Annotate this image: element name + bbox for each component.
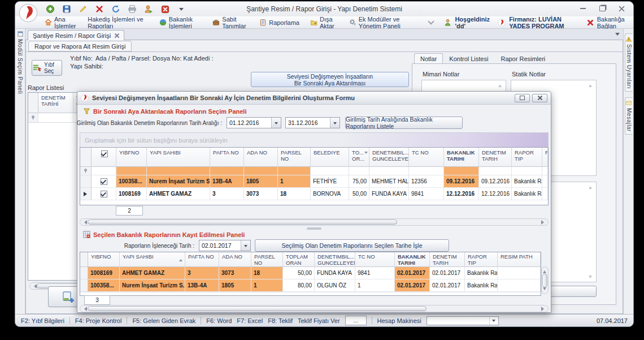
yibf-select-button[interactable]: Yıbf Seç: [32, 60, 62, 76]
column-header[interactable]: PARSEL NO: [251, 252, 283, 267]
column-header[interactable]: ADA NO: [244, 148, 278, 167]
selection-table-hscrollbar[interactable]: [80, 218, 549, 226]
column-header[interactable]: BAKANLIK TARIHI: [444, 148, 479, 167]
tab-messages[interactable]: Mesajlar: [625, 97, 633, 135]
table-row[interactable]: [80, 175, 92, 188]
dialog-close-button[interactable]: [532, 94, 547, 102]
menu-disa-aktar[interactable]: Dışa Aktar: [310, 16, 338, 29]
process-date-combo[interactable]: 02.01.2017: [199, 240, 251, 251]
column-header[interactable]: RAPOR TIP: [512, 148, 542, 167]
scroll-down-icon[interactable]: [589, 276, 592, 280]
report-list-header-denetim-tarihi[interactable]: DENETİM TARİHİ: [38, 93, 73, 113]
collapse-chevron-icon[interactable]: [428, 18, 434, 24]
status-f2[interactable]: F2: Yıbf Bilgileri: [21, 317, 64, 324]
close-module-icon[interactable]: [159, 3, 171, 15]
status-f4[interactable]: F4: Proje Kontrol: [75, 317, 122, 324]
status-teklif-fiyati[interactable]: Teklif Fiyatı Ver: [298, 317, 340, 324]
filter-cell[interactable]: [369, 167, 409, 175]
column-header[interactable]: TO... OR...: [349, 148, 369, 167]
dialog-maximize-button[interactable]: [515, 94, 530, 102]
table-row[interactable]: [80, 267, 88, 279]
filter-cell[interactable]: [409, 167, 444, 175]
date-to-combo[interactable]: 31.12.2016: [285, 117, 340, 128]
dropdown-icon[interactable]: [489, 317, 498, 325]
scroll-left-icon[interactable]: [82, 220, 87, 225]
close-button[interactable]: [613, 3, 630, 14]
tab-system-warnings[interactable]: Sistem Uyarıları: [625, 33, 633, 92]
filter-cell[interactable]: [542, 167, 548, 175]
filter-cell[interactable]: [512, 167, 542, 175]
scroll-thumb[interactable]: [542, 274, 547, 287]
column-header[interactable]: PAFTA NO: [210, 148, 244, 167]
ministry-connect-button[interactable]: Bakanlığa Bağlan: [597, 16, 628, 29]
edit-icon[interactable]: [77, 3, 89, 15]
status-more-button[interactable]: ...: [345, 316, 367, 325]
tab-rapor-resimleri[interactable]: Rapor Resimleri: [494, 53, 551, 64]
dropdown-icon[interactable]: [241, 240, 250, 251]
tab-santiye-resim[interactable]: Şantiye Resim / Rapor Girişi: [28, 30, 124, 40]
panel-splitter[interactable]: [80, 227, 549, 230]
filter-cell[interactable]: [244, 167, 278, 175]
date-from-combo[interactable]: 01.12.2016: [227, 117, 281, 128]
menu-bakanlik[interactable]: Bakanlık İşlemleri: [159, 16, 202, 29]
column-header[interactable]: YAPI SAHIBI: [147, 148, 210, 167]
column-header[interactable]: DENETIM TARIH: [479, 148, 512, 167]
column-header[interactable]: DENETIMBIL... GUNCELLEYEN: [315, 252, 355, 267]
scroll-up-icon[interactable]: [498, 83, 502, 87]
row-checkbox[interactable]: [92, 188, 116, 200]
menu-raporlama[interactable]: Raporlama: [259, 19, 299, 26]
scroll-left-icon[interactable]: [32, 284, 37, 289]
tab-notlar[interactable]: Notlar: [414, 53, 443, 64]
column-header[interactable]: TC NO: [355, 252, 395, 267]
column-header[interactable]: PARSEL NO: [278, 148, 311, 167]
list-reports-button[interactable]: Girilmiş Tarih Aralığında Bakanlık Rapor…: [345, 117, 463, 129]
scroll-thumb[interactable]: [88, 220, 397, 225]
result-table-vscrollbar[interactable]: [541, 266, 549, 294]
column-header[interactable]: ADA NO: [219, 252, 251, 267]
print-icon[interactable]: [127, 3, 138, 15]
filter-cell[interactable]: [311, 167, 349, 175]
menu-ana-islemler[interactable]: Ana İşlemler: [45, 16, 77, 29]
transfer-to-next-month-button[interactable]: Seviyesi Değişmeyen İnşaatların Bir Sonr…: [251, 72, 409, 87]
column-header[interactable]: YAPI SAHIBI: [120, 252, 185, 267]
toolbar-overflow-icon[interactable]: [176, 3, 187, 15]
column-header[interactable]: TOPLAM ORAN: [283, 252, 315, 267]
status-f6[interactable]: F6: Word: [206, 317, 232, 324]
apply-reports-button[interactable]: Seçilmiş Olan Denetim Raporlarını Seçile…: [255, 239, 449, 252]
column-header[interactable]: R...: [542, 148, 548, 167]
status-f7[interactable]: F7: Excel: [237, 317, 263, 324]
menu-hakedis[interactable]: Hakediş İşlemleri ve Raporları: [88, 16, 149, 29]
column-header[interactable]: BAKANLIK TARIHI: [395, 252, 430, 267]
restore-button[interactable]: [594, 3, 611, 14]
filter-cell[interactable]: [210, 167, 244, 175]
minimize-button[interactable]: [575, 3, 591, 14]
tab-kontrol-listesi[interactable]: Kontrol Listesi: [443, 53, 494, 64]
filter-cell[interactable]: [444, 167, 479, 175]
refresh-icon[interactable]: [110, 3, 121, 15]
column-header[interactable]: PAFTA NO: [185, 252, 219, 267]
select-all-checkbox[interactable]: [92, 148, 116, 167]
menu-ek-moduller[interactable]: Ek Modüller ve Yönetim Paneli: [349, 16, 418, 29]
column-header[interactable]: DENETIM TARIH: [430, 252, 465, 267]
column-header[interactable]: RESIM PATH: [498, 252, 541, 267]
add-user-icon[interactable]: [143, 3, 154, 15]
column-header[interactable]: YIBFNO: [88, 252, 120, 267]
new-record-icon[interactable]: [45, 3, 56, 15]
filter-cell[interactable]: [147, 167, 210, 175]
row-checkbox[interactable]: [92, 175, 116, 188]
delete-icon[interactable]: [94, 3, 105, 15]
filter-cell[interactable]: [349, 167, 369, 175]
scroll-thumb[interactable]: [88, 306, 427, 311]
scroll-up-icon[interactable]: [543, 269, 546, 273]
scroll-right-icon[interactable]: [541, 307, 546, 311]
column-header[interactable]: BELEDIYE: [311, 148, 349, 167]
column-header[interactable]: YIBFNO: [116, 148, 147, 167]
sidebar-module-panel[interactable]: Modül Seçim Paneli: [15, 29, 25, 314]
save-icon[interactable]: [61, 3, 72, 15]
column-header[interactable]: TC NO: [409, 148, 444, 167]
filter-cell[interactable]: [278, 167, 311, 175]
column-header[interactable]: DENETIMBIL... GUNCELLEYEN: [369, 148, 409, 167]
filter-cell[interactable]: [479, 167, 512, 175]
report-list-filter-cell[interactable]: [38, 113, 73, 123]
table-row[interactable]: [80, 279, 88, 292]
